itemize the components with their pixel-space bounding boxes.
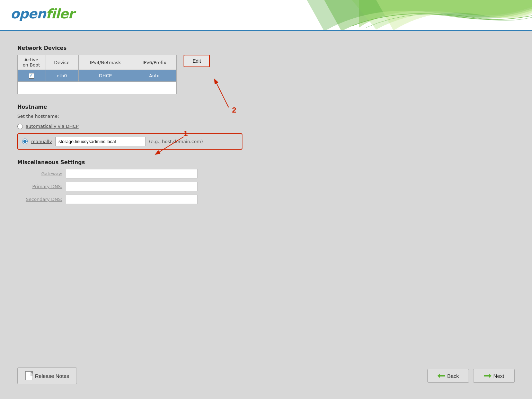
edit-button[interactable]: Edit <box>184 55 210 67</box>
secondary-dns-input[interactable] <box>66 195 197 204</box>
gateway-label: Gateway: <box>17 171 62 176</box>
gateway-row: Gateway: <box>17 169 515 178</box>
footer: Release Notes Back Next <box>17 367 515 384</box>
next-button[interactable]: Next <box>473 369 515 383</box>
device-cell: eth0 <box>45 70 79 82</box>
network-devices-title: Network Devices <box>17 45 515 51</box>
svg-rect-3 <box>440 375 445 376</box>
footer-left: Release Notes <box>17 367 77 384</box>
svg-rect-5 <box>484 375 489 376</box>
checkbox-icon <box>29 73 34 79</box>
hostname-hint: (e.g., host.domain.com) <box>149 139 203 144</box>
release-notes-label: Release Notes <box>35 373 69 379</box>
misc-section: Miscellaneous Settings Gateway: Primary … <box>17 159 515 204</box>
hostname-input[interactable] <box>55 137 145 146</box>
gateway-input[interactable] <box>66 169 197 178</box>
auto-dhcp-label[interactable]: automatically via DHCP <box>26 124 79 129</box>
table-row-empty <box>18 81 177 94</box>
network-table: Active on Boot Device IPv4/Netmask IPv6/… <box>17 55 177 94</box>
logo-suffix: filer <box>46 6 74 21</box>
next-label: Next <box>494 373 504 379</box>
auto-dhcp-radio[interactable] <box>17 124 23 129</box>
ipv4-cell: DHCP <box>79 70 132 82</box>
logo-prefix: open <box>10 6 46 21</box>
auto-dhcp-row: automatically via DHCP <box>17 124 515 129</box>
misc-title: Miscellaneous Settings <box>17 159 515 166</box>
manual-hostname-row: manually (e.g., host.domain.com) <box>17 133 242 150</box>
table-row[interactable]: eth0 DHCP Auto <box>18 70 177 82</box>
col-device: Device <box>45 55 79 70</box>
primary-dns-label: Primary DNS: <box>17 184 62 189</box>
next-icon <box>484 373 491 379</box>
release-notes-button[interactable]: Release Notes <box>17 367 77 384</box>
back-label: Back <box>447 373 459 379</box>
col-ipv6: IPv6/Prefix <box>132 55 177 70</box>
manual-hostname-radio[interactable] <box>22 139 28 144</box>
network-devices-section: Network Devices Active on Boot Device IP… <box>17 45 515 94</box>
primary-dns-row: Primary DNS: <box>17 182 515 191</box>
secondary-dns-row: Secondary DNS: <box>17 195 515 204</box>
hostname-section: Hostname Set the hostname: automatically… <box>17 104 515 150</box>
header-decoration <box>290 0 532 31</box>
back-icon <box>437 373 445 379</box>
app-logo: openfiler <box>10 6 74 21</box>
footer-right: Back Next <box>427 369 515 383</box>
header: openfiler <box>0 0 532 31</box>
secondary-dns-label: Secondary DNS: <box>17 197 62 202</box>
ipv6-cell: Auto <box>132 70 177 82</box>
main-content: Network Devices Active on Boot Device IP… <box>0 31 532 398</box>
primary-dns-input[interactable] <box>66 182 197 191</box>
col-ipv4: IPv4/Netmask <box>79 55 132 70</box>
release-notes-icon <box>25 371 33 380</box>
active-boot-cell <box>18 70 45 82</box>
back-button[interactable]: Back <box>427 369 469 383</box>
col-active-boot: Active on Boot <box>18 55 45 70</box>
edit-button-container: Edit <box>184 55 210 67</box>
network-table-container: Active on Boot Device IPv4/Netmask IPv6/… <box>17 55 515 94</box>
hostname-subtitle: Set the hostname: <box>17 114 515 119</box>
hostname-title: Hostname <box>17 104 515 110</box>
manual-hostname-label[interactable]: manually <box>31 139 52 144</box>
